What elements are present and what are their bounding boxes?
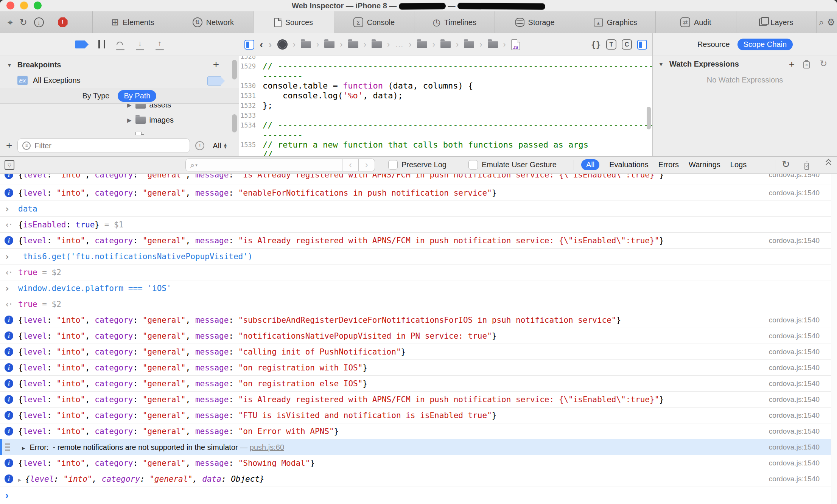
filter-field[interactable]: ≡ xyxy=(17,138,190,153)
trash-icon[interactable]: × xyxy=(804,163,809,170)
clear-console-icon[interactable]: ↻ xyxy=(782,159,790,170)
code-line[interactable]: 1535// return a new function that calls … xyxy=(239,140,652,150)
add-watch-button[interactable]: + xyxy=(789,58,795,70)
console-search-field[interactable]: ⌕ ▾ ‹ › xyxy=(185,159,375,171)
minimize-window-button[interactable] xyxy=(20,2,28,9)
folder-icon[interactable] xyxy=(440,41,451,48)
code-line[interactable]: 1528 xyxy=(239,56,652,61)
console-row-log[interactable]: i{level: "into", category: "general", me… xyxy=(0,344,837,360)
code-coverage-icon[interactable]: C xyxy=(622,39,632,50)
tree-item[interactable]: ▶JS xyxy=(127,132,144,135)
step-into-icon[interactable]: ↓ xyxy=(135,39,145,50)
console-row-error[interactable]: ▶Error: - remote notifications are not s… xyxy=(0,439,837,455)
console-row-log[interactable]: i{level: "into", category: "general", me… xyxy=(0,174,837,185)
code-line[interactable]: // xyxy=(239,150,652,156)
search-next-button[interactable]: › xyxy=(358,159,375,171)
preserve-log-control[interactable]: Preserve Log xyxy=(388,160,447,170)
console-row-result[interactable]: ‹·true = $2 xyxy=(0,264,837,280)
code-line[interactable]: 1532}; xyxy=(239,101,652,110)
reload-icon[interactable]: ↻ xyxy=(20,18,27,27)
filter-input[interactable] xyxy=(34,141,171,151)
refresh-watch-button[interactable]: ↻ xyxy=(820,58,827,69)
source-location-link[interactable]: cordova.js:1540 xyxy=(769,376,820,391)
folder-icon[interactable] xyxy=(417,41,427,48)
by-path-option[interactable]: By Path xyxy=(118,90,156,102)
console-row-log[interactable]: i{level: "into", category: "general", me… xyxy=(0,233,837,249)
source-location-link[interactable]: cordova.js:1540 xyxy=(769,408,820,423)
back-icon[interactable]: ‹ xyxy=(260,39,263,50)
console-row-log[interactable]: i{level: "into", category: "general", me… xyxy=(0,392,837,408)
tree-triangle-icon[interactable]: ▶ xyxy=(127,117,132,124)
folder-icon[interactable] xyxy=(135,117,146,124)
console-row-command[interactable]: ›_this6.get('ftu.notificationsNativePopu… xyxy=(0,249,837,264)
source-location-link[interactable]: cordova.js:1540 xyxy=(769,174,820,180)
error-source-link[interactable]: push.js:60 xyxy=(250,443,284,451)
zoom-window-button[interactable] xyxy=(34,2,42,9)
console-row-result[interactable]: ‹·{isEnabled: true} = $1 xyxy=(0,217,837,233)
right-sidebar-toggle-icon[interactable] xyxy=(637,40,647,50)
code-line[interactable]: 1534// ---------------------------------… xyxy=(239,120,652,130)
sidebar-scrollbar-thumb[interactable] xyxy=(232,60,237,79)
source-location-link[interactable]: cordova.js:1540 xyxy=(769,439,820,455)
source-location-link[interactable]: cordova.js:1540 xyxy=(769,328,820,344)
disclosure-triangle-icon[interactable]: ▶ xyxy=(18,477,21,483)
issues-filter-icon[interactable]: ! xyxy=(195,141,204,150)
code-line[interactable]: 1531 console.log('%o', data); xyxy=(239,91,652,101)
tab-sources[interactable]: Sources xyxy=(253,11,334,33)
console-row-object-log[interactable]: i▶{level: "into", category: "general", d… xyxy=(0,471,837,487)
folder-icon[interactable] xyxy=(348,41,358,48)
source-location-link[interactable]: cordova.js:1540 xyxy=(769,312,820,328)
console-row-command[interactable]: ›data xyxy=(0,201,837,217)
pause-icon[interactable] xyxy=(98,40,106,49)
tree-scrollbar-thumb[interactable] xyxy=(232,114,237,132)
console-row-command[interactable]: ›window.device.platform === 'iOS' xyxy=(0,280,837,296)
add-breakpoint-button[interactable]: + xyxy=(213,58,219,70)
source-location-link[interactable]: cordova.js:1540 xyxy=(769,392,820,407)
folder-icon[interactable] xyxy=(135,104,146,109)
breakpoint-flag-icon[interactable] xyxy=(207,76,225,86)
tab-layers[interactable]: Layers xyxy=(736,11,817,33)
source-location-link[interactable]: cordova.js:1540 xyxy=(769,360,820,375)
clear-watch-button[interactable]: × xyxy=(803,61,810,68)
code-line[interactable]: 1530console.table = function (data, colu… xyxy=(239,81,652,91)
console-row-log[interactable]: i{level: "into", category: "general", me… xyxy=(0,328,837,344)
search-previous-button[interactable]: ‹ xyxy=(342,159,358,171)
source-code-editor[interactable]: 15281529// -----------------------------… xyxy=(239,56,652,156)
console-row-log[interactable]: i{level: "into", category: "general", me… xyxy=(0,376,837,392)
pretty-print-icon[interactable]: {} xyxy=(591,40,601,49)
all-exceptions-item[interactable]: Ex All Exceptions xyxy=(17,76,81,85)
source-location-link[interactable]: cordova.js:1540 xyxy=(769,423,820,439)
console-row-log[interactable]: i{level: "into", category: "general", me… xyxy=(0,423,837,439)
source-location-link[interactable]: cordova.js:1540 xyxy=(769,471,820,487)
issues-icon[interactable]: ! xyxy=(58,17,68,27)
chevron-down-icon[interactable]: ▼ xyxy=(7,62,12,68)
source-location-link[interactable]: cordova.js:1540 xyxy=(769,233,820,248)
left-sidebar-toggle-icon[interactable] xyxy=(244,40,254,50)
download-icon[interactable]: ↓ xyxy=(34,17,44,27)
emulate-user-gesture-checkbox[interactable] xyxy=(468,160,478,170)
tab-graphics[interactable]: ▴Graphics xyxy=(575,11,655,33)
tab-storage[interactable]: Storage xyxy=(495,11,575,33)
folder-icon[interactable] xyxy=(324,41,334,48)
console-scope-logs[interactable]: Logs xyxy=(730,160,747,169)
forward-icon[interactable]: › xyxy=(268,39,272,50)
disclosure-triangle-icon[interactable]: ▶ xyxy=(22,445,25,451)
console-row-result[interactable]: ‹·true = $2 xyxy=(0,296,837,312)
by-type-option[interactable]: By Type xyxy=(82,92,110,100)
console-prompt-row[interactable]: › xyxy=(0,487,837,504)
console-row-log[interactable]: i{level: "into", category: "general", me… xyxy=(0,408,837,423)
js-file-icon[interactable]: JS xyxy=(511,39,520,50)
preserve-log-checkbox[interactable] xyxy=(388,160,398,170)
tab-elements[interactable]: ⊞Elements xyxy=(92,11,173,33)
globe-icon[interactable] xyxy=(277,39,288,50)
inspect-icon[interactable]: ⌖ xyxy=(8,18,13,27)
step-out-icon[interactable]: ↑ xyxy=(154,39,165,50)
folder-icon[interactable] xyxy=(372,41,382,48)
code-line[interactable]: 1533 xyxy=(239,110,652,120)
tree-triangle-icon[interactable]: ▶ xyxy=(127,104,132,109)
source-location-link[interactable]: cordova.js:1540 xyxy=(769,185,820,201)
tab-resource[interactable]: Resource xyxy=(697,40,730,49)
console-scope-errors[interactable]: Errors xyxy=(658,160,679,169)
console-scope-evaluations[interactable]: Evaluations xyxy=(609,160,648,169)
breakpoints-toggle-icon[interactable] xyxy=(75,40,89,48)
